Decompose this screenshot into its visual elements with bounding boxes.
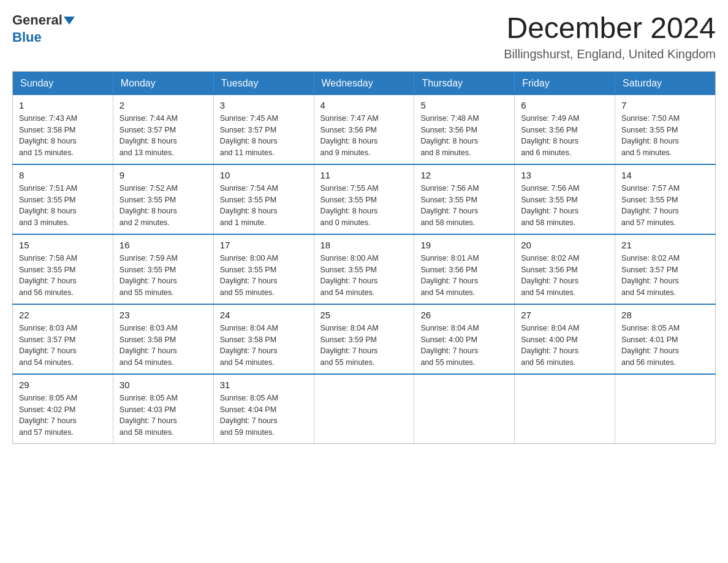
logo-general: General [12, 12, 63, 28]
page-header: General Blue December 2024 Billingshurst… [12, 12, 716, 61]
day-number: 26 [420, 310, 508, 320]
calendar-cell: 15Sunrise: 7:58 AM Sunset: 3:55 PM Dayli… [13, 234, 113, 304]
day-number: 30 [119, 380, 207, 390]
day-number: 12 [420, 170, 508, 180]
calendar-cell [414, 374, 515, 444]
header-tuesday: Tuesday [213, 71, 314, 95]
calendar-cell: 19Sunrise: 8:01 AM Sunset: 3:56 PM Dayli… [414, 234, 515, 304]
day-info: Sunrise: 7:56 AM Sunset: 3:55 PM Dayligh… [521, 183, 609, 229]
calendar-cell: 3Sunrise: 7:45 AM Sunset: 3:57 PM Daylig… [213, 95, 314, 164]
day-number: 11 [320, 170, 408, 180]
logo: General Blue [12, 12, 75, 45]
logo-triangle-icon [64, 17, 75, 25]
calendar-table: SundayMondayTuesdayWednesdayThursdayFrid… [12, 71, 716, 444]
day-number: 8 [19, 170, 107, 180]
day-info: Sunrise: 7:50 AM Sunset: 3:55 PM Dayligh… [621, 113, 709, 159]
day-number: 19 [420, 240, 508, 250]
calendar-cell [314, 374, 414, 444]
calendar-cell: 23Sunrise: 8:03 AM Sunset: 3:58 PM Dayli… [113, 304, 213, 374]
week-row-1: 1Sunrise: 7:43 AM Sunset: 3:58 PM Daylig… [13, 95, 716, 164]
header-saturday: Saturday [615, 71, 716, 95]
calendar-cell: 6Sunrise: 7:49 AM Sunset: 3:56 PM Daylig… [515, 95, 615, 164]
calendar-cell: 13Sunrise: 7:56 AM Sunset: 3:55 PM Dayli… [515, 164, 615, 234]
day-info: Sunrise: 7:56 AM Sunset: 3:55 PM Dayligh… [420, 183, 508, 229]
calendar-cell: 16Sunrise: 7:59 AM Sunset: 3:55 PM Dayli… [113, 234, 213, 304]
calendar-cell [615, 374, 716, 444]
day-info: Sunrise: 8:03 AM Sunset: 3:57 PM Dayligh… [19, 323, 107, 369]
calendar-cell: 24Sunrise: 8:04 AM Sunset: 3:58 PM Dayli… [213, 304, 314, 374]
day-number: 5 [420, 100, 508, 110]
day-info: Sunrise: 7:58 AM Sunset: 3:55 PM Dayligh… [19, 253, 107, 299]
week-row-5: 29Sunrise: 8:05 AM Sunset: 4:02 PM Dayli… [13, 374, 716, 444]
day-number: 29 [19, 380, 107, 390]
header-thursday: Thursday [414, 71, 515, 95]
week-row-4: 22Sunrise: 8:03 AM Sunset: 3:57 PM Dayli… [13, 304, 716, 374]
calendar-cell: 18Sunrise: 8:00 AM Sunset: 3:55 PM Dayli… [314, 234, 414, 304]
calendar-cell: 27Sunrise: 8:04 AM Sunset: 4:00 PM Dayli… [515, 304, 615, 374]
header-sunday: Sunday [13, 71, 113, 95]
day-number: 7 [621, 100, 709, 110]
header-friday: Friday [515, 71, 615, 95]
day-number: 27 [521, 310, 609, 320]
location: Billingshurst, England, United Kingdom [504, 47, 716, 61]
day-number: 13 [521, 170, 609, 180]
day-number: 2 [119, 100, 207, 110]
day-info: Sunrise: 7:59 AM Sunset: 3:55 PM Dayligh… [119, 253, 207, 299]
day-info: Sunrise: 7:44 AM Sunset: 3:57 PM Dayligh… [119, 113, 207, 159]
day-info: Sunrise: 8:03 AM Sunset: 3:58 PM Dayligh… [119, 323, 207, 369]
day-info: Sunrise: 8:05 AM Sunset: 4:04 PM Dayligh… [220, 393, 308, 439]
calendar-cell: 17Sunrise: 8:00 AM Sunset: 3:55 PM Dayli… [213, 234, 314, 304]
calendar-cell: 29Sunrise: 8:05 AM Sunset: 4:02 PM Dayli… [13, 374, 113, 444]
day-info: Sunrise: 7:51 AM Sunset: 3:55 PM Dayligh… [19, 183, 107, 229]
day-info: Sunrise: 7:54 AM Sunset: 3:55 PM Dayligh… [220, 183, 308, 229]
calendar-cell: 4Sunrise: 7:47 AM Sunset: 3:56 PM Daylig… [314, 95, 414, 164]
day-info: Sunrise: 8:04 AM Sunset: 3:59 PM Dayligh… [320, 323, 408, 369]
calendar-cell: 26Sunrise: 8:04 AM Sunset: 4:00 PM Dayli… [414, 304, 515, 374]
day-number: 24 [220, 310, 308, 320]
day-number: 16 [119, 240, 207, 250]
day-info: Sunrise: 8:04 AM Sunset: 3:58 PM Dayligh… [220, 323, 308, 369]
day-number: 21 [621, 240, 709, 250]
title-section: December 2024 Billingshurst, England, Un… [504, 12, 716, 61]
header-wednesday: Wednesday [314, 71, 414, 95]
day-info: Sunrise: 8:00 AM Sunset: 3:55 PM Dayligh… [320, 253, 408, 299]
day-number: 1 [19, 100, 107, 110]
month-title: December 2024 [504, 12, 716, 45]
day-info: Sunrise: 7:49 AM Sunset: 3:56 PM Dayligh… [521, 113, 609, 159]
logo-blue: Blue [12, 29, 42, 45]
day-number: 22 [19, 310, 107, 320]
day-number: 31 [220, 380, 308, 390]
calendar-cell: 30Sunrise: 8:05 AM Sunset: 4:03 PM Dayli… [113, 374, 213, 444]
day-number: 23 [119, 310, 207, 320]
day-info: Sunrise: 8:04 AM Sunset: 4:00 PM Dayligh… [521, 323, 609, 369]
day-info: Sunrise: 7:48 AM Sunset: 3:56 PM Dayligh… [420, 113, 508, 159]
day-info: Sunrise: 7:43 AM Sunset: 3:58 PM Dayligh… [19, 113, 107, 159]
calendar-cell: 14Sunrise: 7:57 AM Sunset: 3:55 PM Dayli… [615, 164, 716, 234]
calendar-cell: 1Sunrise: 7:43 AM Sunset: 3:58 PM Daylig… [13, 95, 113, 164]
calendar-cell: 2Sunrise: 7:44 AM Sunset: 3:57 PM Daylig… [113, 95, 213, 164]
day-number: 15 [19, 240, 107, 250]
calendar-cell [515, 374, 615, 444]
day-info: Sunrise: 8:00 AM Sunset: 3:55 PM Dayligh… [220, 253, 308, 299]
day-info: Sunrise: 7:45 AM Sunset: 3:57 PM Dayligh… [220, 113, 308, 159]
calendar-cell: 25Sunrise: 8:04 AM Sunset: 3:59 PM Dayli… [314, 304, 414, 374]
calendar-cell: 5Sunrise: 7:48 AM Sunset: 3:56 PM Daylig… [414, 95, 515, 164]
week-row-3: 15Sunrise: 7:58 AM Sunset: 3:55 PM Dayli… [13, 234, 716, 304]
calendar-cell: 12Sunrise: 7:56 AM Sunset: 3:55 PM Dayli… [414, 164, 515, 234]
calendar-cell: 11Sunrise: 7:55 AM Sunset: 3:55 PM Dayli… [314, 164, 414, 234]
day-info: Sunrise: 8:01 AM Sunset: 3:56 PM Dayligh… [420, 253, 508, 299]
day-info: Sunrise: 7:57 AM Sunset: 3:55 PM Dayligh… [621, 183, 709, 229]
calendar-cell: 9Sunrise: 7:52 AM Sunset: 3:55 PM Daylig… [113, 164, 213, 234]
day-number: 17 [220, 240, 308, 250]
calendar-cell: 8Sunrise: 7:51 AM Sunset: 3:55 PM Daylig… [13, 164, 113, 234]
day-number: 25 [320, 310, 408, 320]
calendar-header-row: SundayMondayTuesdayWednesdayThursdayFrid… [13, 71, 716, 95]
day-info: Sunrise: 8:05 AM Sunset: 4:02 PM Dayligh… [19, 393, 107, 439]
calendar-cell: 28Sunrise: 8:05 AM Sunset: 4:01 PM Dayli… [615, 304, 716, 374]
header-monday: Monday [113, 71, 213, 95]
day-number: 3 [220, 100, 308, 110]
calendar-cell: 7Sunrise: 7:50 AM Sunset: 3:55 PM Daylig… [615, 95, 716, 164]
day-info: Sunrise: 7:55 AM Sunset: 3:55 PM Dayligh… [320, 183, 408, 229]
calendar-cell: 20Sunrise: 8:02 AM Sunset: 3:56 PM Dayli… [515, 234, 615, 304]
logo-text: General [12, 12, 75, 28]
